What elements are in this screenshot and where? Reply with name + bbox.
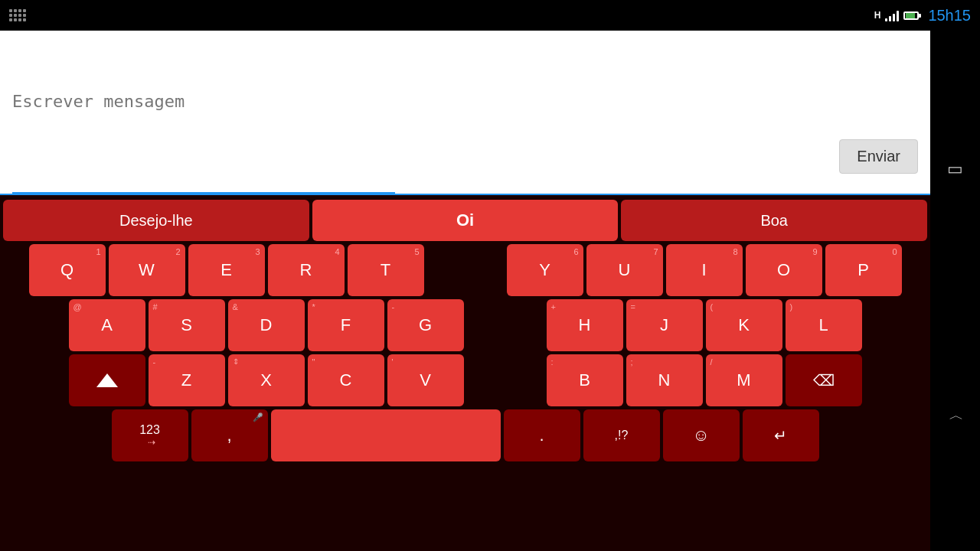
nav-square-icon[interactable]: ▭ xyxy=(947,159,963,179)
key-b[interactable]: :B xyxy=(547,354,623,406)
status-icons: H 15h15 xyxy=(874,7,971,24)
shift-arrow-icon xyxy=(96,373,118,387)
suggestion-oi[interactable]: Oi xyxy=(312,200,619,241)
key-z[interactable]: -Z xyxy=(149,354,225,406)
gap-middle-2 xyxy=(467,299,544,351)
key-i[interactable]: 8I xyxy=(666,244,743,296)
send-button[interactable]: Enviar xyxy=(839,139,918,174)
key-t[interactable]: 5T xyxy=(348,244,424,296)
key-h[interactable]: +H xyxy=(547,299,623,351)
key-r[interactable]: 4R xyxy=(268,244,345,296)
key-period[interactable]: . xyxy=(504,409,580,461)
key-p[interactable]: 0P xyxy=(825,244,902,296)
gap-middle-1 xyxy=(427,244,504,296)
key-l[interactable]: )L xyxy=(786,299,862,351)
key-e[interactable]: 3E xyxy=(188,244,265,296)
key-special[interactable]: ,!? xyxy=(583,409,660,461)
key-q[interactable]: 1Q xyxy=(29,244,106,296)
time-display: 15h15 xyxy=(928,7,971,24)
key-n[interactable]: ;N xyxy=(626,354,703,406)
key-emoji[interactable]: ☺ xyxy=(663,409,740,461)
key-row-bottom: 123 ⇢ 🎤 , . ,!? ☺ ↵ xyxy=(3,409,927,461)
key-u[interactable]: 7U xyxy=(586,244,663,296)
key-x[interactable]: ⇕X xyxy=(228,354,305,406)
status-bar: H 15h15 xyxy=(0,0,980,31)
keyboard-status-icon xyxy=(9,9,26,21)
key-v[interactable]: 'V xyxy=(387,354,464,406)
key-row-2: @A #S &D *F -G +H =J (K )L xyxy=(3,299,927,351)
key-a[interactable]: @A xyxy=(69,299,145,351)
message-input[interactable] xyxy=(12,90,831,184)
key-d[interactable]: &D xyxy=(228,299,305,351)
nav-buttons: ▭ 〈 xyxy=(930,31,980,551)
key-f[interactable]: *F xyxy=(308,299,384,351)
gap-middle-3 xyxy=(467,354,544,406)
key-w[interactable]: 2W xyxy=(109,244,185,296)
key-m[interactable]: /M xyxy=(706,354,782,406)
key-enter[interactable]: ↵ xyxy=(743,409,819,461)
key-y[interactable]: 6Y xyxy=(507,244,583,296)
signal-bars xyxy=(885,9,899,21)
key-num[interactable]: 123 ⇢ xyxy=(112,409,188,461)
key-row-1: 1Q 2W 3E 4R 5T 6Y 7U 8I 9O 0P xyxy=(3,244,927,296)
key-g[interactable]: -G xyxy=(387,299,464,351)
nav-back-icon[interactable]: 〈 xyxy=(946,407,965,421)
message-area: Enviar xyxy=(0,31,930,195)
key-o[interactable]: 9O xyxy=(746,244,822,296)
key-row-3: -Z ⇕X "C 'V :B ;N /M ⌫ xyxy=(3,354,927,406)
input-underline xyxy=(12,192,395,194)
key-spacebar[interactable] xyxy=(271,409,501,461)
keyboard: Desejo-lhe Oi Boa 1Q 2W 3E 4R 5T 6Y 7U 8… xyxy=(0,195,930,551)
suggestion-boa[interactable]: Boa xyxy=(621,200,927,241)
battery-icon xyxy=(903,11,919,20)
key-comma[interactable]: 🎤 , xyxy=(191,409,268,461)
key-backspace[interactable]: ⌫ xyxy=(786,354,862,406)
status-bar-left xyxy=(9,9,26,21)
key-s[interactable]: #S xyxy=(149,299,225,351)
backspace-icon: ⌫ xyxy=(813,371,835,390)
suggestion-row: Desejo-lhe Oi Boa xyxy=(3,200,927,241)
key-k[interactable]: (K xyxy=(706,299,782,351)
key-c[interactable]: "C xyxy=(308,354,384,406)
key-shift[interactable] xyxy=(69,354,145,406)
suggestion-desejo[interactable]: Desejo-lhe xyxy=(3,200,309,241)
h-indicator: H xyxy=(874,10,881,21)
key-j[interactable]: =J xyxy=(626,299,703,351)
main-area: Enviar Desejo-lhe Oi Boa 1Q 2W 3E 4R 5T … xyxy=(0,31,930,551)
